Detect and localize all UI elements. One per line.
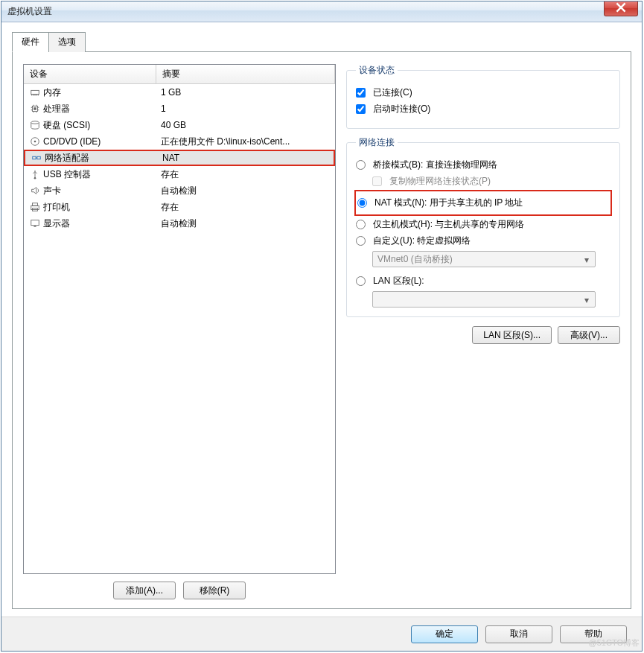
cpu-icon <box>24 103 42 114</box>
device-name: 声卡 <box>42 185 155 197</box>
device-list-body: 内存1 GB处理器1硬盘 (SCSI)40 GBCD/DVD (IDE)正在使用… <box>24 84 335 232</box>
device-list-header: 设备 摘要 <box>24 65 335 84</box>
net-icon <box>25 153 43 163</box>
lan-radio[interactable] <box>356 276 366 286</box>
tab-panel: 设备 摘要 内存1 GB处理器1硬盘 (SCSI)40 GBCD/DVD (ID… <box>12 51 631 609</box>
cancel-button[interactable]: 取消 <box>485 625 552 643</box>
content-area: 硬件 选项 设备 摘要 内存1 GB处理器1硬盘 (SCSI)40 GBCD/D… <box>1 22 642 617</box>
disk-icon <box>24 120 42 130</box>
left-buttons: 添加(A)... 移除(R) <box>23 582 336 599</box>
device-row-display[interactable]: 显示器自动检测 <box>24 215 335 232</box>
nat-label[interactable]: NAT 模式(N): 用于共享主机的 IP 地址 <box>374 197 523 209</box>
device-summary: 存在 <box>155 168 335 181</box>
device-name: CD/DVD (IDE) <box>42 136 155 147</box>
lan-label[interactable]: LAN 区段(L): <box>373 275 424 287</box>
printer-icon <box>24 202 42 212</box>
tab-hardware[interactable]: 硬件 <box>12 32 49 52</box>
left-column: 设备 摘要 内存1 GB处理器1硬盘 (SCSI)40 GBCD/DVD (ID… <box>23 64 336 599</box>
device-summary: 1 <box>155 103 335 114</box>
device-name: 硬盘 (SCSI) <box>42 119 155 132</box>
svg-point-5 <box>34 141 36 143</box>
bridged-radio[interactable] <box>356 160 366 170</box>
connected-label[interactable]: 已连接(C) <box>373 86 412 99</box>
device-summary: 正在使用文件 D:\linux-iso\Cent... <box>155 136 335 148</box>
svg-rect-7 <box>37 156 40 159</box>
device-name: 显示器 <box>42 217 155 230</box>
tab-options[interactable]: 选项 <box>48 32 86 52</box>
custom-network-select: VMnet0 (自动桥接) ▾ <box>372 251 596 267</box>
dialog-footer: 确定 取消 帮助 <box>1 617 642 651</box>
close-icon <box>616 2 626 15</box>
advanced-button[interactable]: 高级(V)... <box>558 326 620 344</box>
device-row-usb[interactable]: USB 控制器存在 <box>24 166 335 182</box>
window-title: 虚拟机设置 <box>7 5 52 18</box>
replicate-checkbox <box>372 176 382 186</box>
svg-point-8 <box>34 177 36 179</box>
device-name: 打印机 <box>42 201 155 214</box>
device-summary: 40 GB <box>155 120 335 130</box>
device-summary: 1 GB <box>155 87 335 98</box>
svg-rect-12 <box>31 220 39 226</box>
right-buttons: LAN 区段(S)... 高级(V)... <box>346 326 620 344</box>
svg-rect-9 <box>33 203 38 206</box>
device-name: USB 控制器 <box>42 168 155 181</box>
svg-rect-0 <box>31 90 39 94</box>
sound-icon <box>24 185 42 196</box>
custom-label[interactable]: 自定义(U): 特定虚拟网络 <box>373 235 471 247</box>
device-row-net[interactable]: 网络适配器NAT <box>24 150 335 166</box>
watermark: @51CTO博客 <box>589 637 640 649</box>
device-row-disk[interactable]: 硬盘 (SCSI)40 GB <box>24 117 335 133</box>
col-header-device[interactable]: 设备 <box>24 65 156 83</box>
device-summary: 自动检测 <box>155 185 335 197</box>
bridged-label[interactable]: 桥接模式(B): 直接连接物理网络 <box>373 159 497 171</box>
right-column: 设备状态 已连接(C) 启动时连接(O) 网络连接 桥接模式(B): 直接连接物 <box>346 64 620 599</box>
memory-icon <box>24 87 42 98</box>
nat-highlight: NAT 模式(N): 用于共享主机的 IP 地址 <box>354 190 612 216</box>
tabstrip: 硬件 选项 <box>12 31 631 51</box>
hostonly-label[interactable]: 仅主机模式(H): 与主机共享的专用网络 <box>373 218 524 231</box>
device-summary: 存在 <box>155 201 335 214</box>
device-summary: 自动检测 <box>155 217 335 230</box>
svg-rect-2 <box>34 107 36 110</box>
svg-point-3 <box>31 121 39 124</box>
titlebar[interactable]: 虚拟机设置 <box>1 1 642 22</box>
connect-at-start-checkbox[interactable] <box>356 104 366 114</box>
device-status-legend: 设备状态 <box>356 64 398 77</box>
ok-button[interactable]: 确定 <box>411 625 478 643</box>
connected-checkbox[interactable] <box>356 88 366 98</box>
connect-at-start-label[interactable]: 启动时连接(O) <box>373 103 430 115</box>
svg-rect-6 <box>33 156 36 159</box>
add-button[interactable]: 添加(A)... <box>113 582 176 599</box>
remove-button[interactable]: 移除(R) <box>183 582 246 599</box>
lan-segment-select: ▾ <box>372 291 596 308</box>
device-name: 内存 <box>42 86 155 99</box>
replicate-label: 复制物理网络连接状态(P) <box>389 175 491 188</box>
device-row-memory[interactable]: 内存1 GB <box>24 84 335 101</box>
device-row-printer[interactable]: 打印机存在 <box>24 199 335 215</box>
nat-radio[interactable] <box>357 198 367 208</box>
hostonly-radio[interactable] <box>356 220 366 229</box>
cd-icon <box>24 136 42 147</box>
lan-segments-button[interactable]: LAN 区段(S)... <box>472 326 552 344</box>
device-name: 处理器 <box>42 103 155 115</box>
custom-radio[interactable] <box>356 236 366 246</box>
chevron-down-icon: ▾ <box>581 255 592 265</box>
device-row-cd[interactable]: CD/DVD (IDE)正在使用文件 D:\linux-iso\Cent... <box>24 133 335 150</box>
usb-icon <box>24 169 42 179</box>
chevron-down-icon: ▾ <box>581 295 592 305</box>
close-button[interactable] <box>604 1 638 16</box>
vm-settings-window: 虚拟机设置 硬件 选项 设备 摘要 内存1 GB处理器1硬盘 (SCSI)40 … <box>1 1 643 652</box>
network-connection-group: 网络连接 桥接模式(B): 直接连接物理网络 复制物理网络连接状态(P) NAT… <box>346 136 620 317</box>
device-status-group: 设备状态 已连接(C) 启动时连接(O) <box>346 64 620 129</box>
device-row-cpu[interactable]: 处理器1 <box>24 101 335 117</box>
device-row-sound[interactable]: 声卡自动检测 <box>24 182 335 199</box>
network-legend: 网络连接 <box>356 136 398 149</box>
device-summary: NAT <box>156 153 334 163</box>
device-name: 网络适配器 <box>43 152 156 165</box>
device-list[interactable]: 设备 摘要 内存1 GB处理器1硬盘 (SCSI)40 GBCD/DVD (ID… <box>23 64 336 574</box>
col-header-summary[interactable]: 摘要 <box>156 65 335 83</box>
display-icon <box>24 218 42 229</box>
